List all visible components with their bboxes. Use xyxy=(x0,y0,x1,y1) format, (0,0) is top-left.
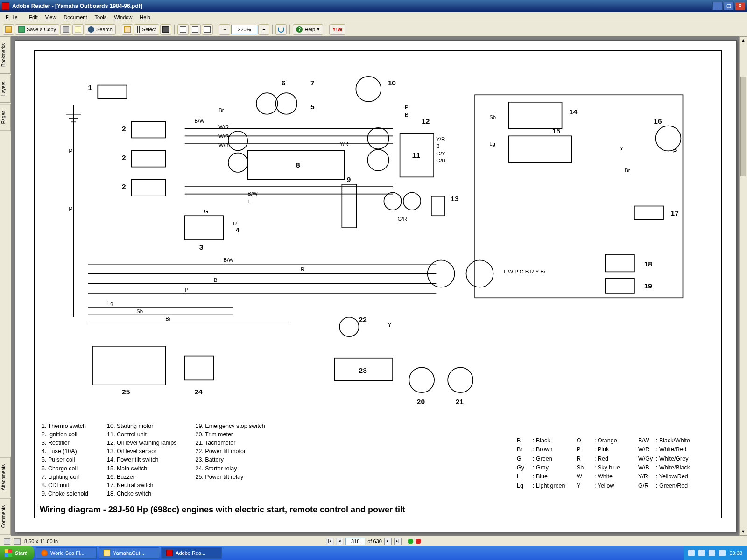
zoom-width-button[interactable] xyxy=(202,24,213,35)
zoom-level-input[interactable]: 220% xyxy=(231,25,257,34)
select-tool-button[interactable]: Select xyxy=(134,24,160,35)
page-total-label: of 630 xyxy=(367,539,382,544)
menu-document[interactable]: Document xyxy=(60,14,91,21)
help-icon: ? xyxy=(296,26,303,33)
svg-text:P: P xyxy=(69,148,72,154)
svg-rect-59 xyxy=(509,136,572,162)
tab-bookmarks[interactable]: Bookmarks xyxy=(0,36,11,74)
snapshot-tool-button[interactable] xyxy=(160,24,171,35)
svg-point-21 xyxy=(275,93,297,114)
rotate-button[interactable] xyxy=(275,24,287,35)
back-view-button[interactable] xyxy=(408,539,413,544)
minimize-button[interactable]: _ xyxy=(712,2,723,10)
disk-icon xyxy=(18,26,25,33)
last-page-button[interactable]: ▸| xyxy=(394,538,402,545)
save-copy-button[interactable]: Save a Copy xyxy=(15,24,59,35)
maximize-button[interactable]: ▢ xyxy=(724,2,734,10)
taskbar-item-firefox[interactable]: World Sea Fi... xyxy=(36,547,97,559)
svg-rect-6 xyxy=(132,180,166,196)
svg-rect-63 xyxy=(634,206,663,220)
tray-icon[interactable] xyxy=(709,550,715,556)
svg-point-42 xyxy=(367,149,389,171)
menu-view[interactable]: View xyxy=(42,14,60,21)
svg-text:20: 20 xyxy=(417,398,425,406)
svg-text:P: P xyxy=(185,287,189,293)
svg-point-37 xyxy=(356,77,381,102)
tray-icon[interactable] xyxy=(719,550,726,556)
legend-col-2: 10. Starting motor11. Control unit12. Oi… xyxy=(107,422,176,498)
zoom-in-button[interactable]: + xyxy=(258,24,269,35)
page-fit-icon xyxy=(192,26,198,33)
start-button[interactable]: Start xyxy=(0,546,34,560)
svg-text:B/W: B/W xyxy=(224,257,234,263)
diagram-frame: 1 2 2 2 P P 8 3 4 xyxy=(34,50,722,518)
close-button[interactable]: X xyxy=(735,2,745,10)
legend-col-1: 1. Thermo switch2. Ignition coil3. Recti… xyxy=(42,422,88,498)
window-titlebar: Adobe Reader - [Yamaha Outboards 1984-96… xyxy=(0,0,747,12)
vertical-scrollbar[interactable]: ▲ ▼ xyxy=(739,36,747,536)
forward-view-button[interactable] xyxy=(416,539,421,544)
page-layout-icon[interactable] xyxy=(4,538,10,545)
search-button[interactable]: Search xyxy=(85,24,116,35)
open-button[interactable] xyxy=(3,24,14,35)
page-layout-icon-2[interactable] xyxy=(14,538,21,545)
system-tray[interactable]: 00:38 xyxy=(684,546,747,560)
clock[interactable]: 00:38 xyxy=(729,550,742,556)
svg-text:Y/R: Y/R xyxy=(436,136,445,142)
next-page-button[interactable]: ▸ xyxy=(384,538,392,545)
page-number-input[interactable] xyxy=(345,538,365,545)
tab-attachments[interactable]: Attachments xyxy=(0,457,11,497)
scroll-up-arrow-icon[interactable]: ▲ xyxy=(740,36,747,44)
navigation-pane-tabs: Bookmarks Layers Pages Attachments Comme… xyxy=(0,36,11,536)
printer-icon xyxy=(63,26,69,33)
menu-bar: File Edit View Document Tools Window Hel… xyxy=(0,12,747,22)
prev-page-button[interactable]: ◂ xyxy=(336,538,343,545)
menu-tools[interactable]: Tools xyxy=(91,14,111,21)
email-button[interactable] xyxy=(72,24,84,35)
zoom-fit-button[interactable] xyxy=(190,24,201,35)
tab-pages[interactable]: Pages xyxy=(0,104,11,131)
zoom-actual-button[interactable] xyxy=(177,24,189,35)
tab-layers[interactable]: Layers xyxy=(0,75,11,103)
svg-text:17: 17 xyxy=(671,209,679,217)
scroll-thumb[interactable] xyxy=(740,77,746,176)
yahoo-button[interactable]: Y!W xyxy=(329,24,345,35)
svg-point-19 xyxy=(256,93,278,114)
svg-text:P: P xyxy=(673,148,677,154)
svg-text:12: 12 xyxy=(422,117,430,125)
svg-text:Y: Y xyxy=(388,322,392,328)
svg-text:14: 14 xyxy=(569,108,578,116)
hand-tool-button[interactable] xyxy=(122,24,133,35)
svg-text:G/R: G/R xyxy=(397,216,407,222)
taskbar-item-folder[interactable]: YamahaOut... xyxy=(99,547,159,559)
svg-text:19: 19 xyxy=(644,282,653,290)
first-page-button[interactable]: |◂ xyxy=(326,538,333,545)
wire-color-key: B: BlackO: OrangeB/W: Black/White Br: Br… xyxy=(517,436,707,490)
help-button[interactable]: ?Help ▾ xyxy=(293,24,323,35)
svg-text:Lg: Lg xyxy=(489,141,495,147)
tab-comments[interactable]: Comments xyxy=(0,498,11,535)
wiring-svg: 1 2 2 2 P P 8 3 4 xyxy=(40,56,717,424)
menu-edit[interactable]: Edit xyxy=(25,14,42,21)
print-button[interactable] xyxy=(60,24,71,35)
svg-point-23 xyxy=(228,131,247,150)
diagram-title: Wiring diagram - 28J-50 Hp (698cc) engin… xyxy=(40,505,405,515)
folder-icon xyxy=(104,550,110,556)
menu-window[interactable]: Window xyxy=(110,14,136,21)
menu-file[interactable]: File xyxy=(2,14,25,21)
svg-text:G: G xyxy=(204,209,208,214)
scroll-down-arrow-icon[interactable]: ▼ xyxy=(740,528,747,536)
menu-help[interactable]: Help xyxy=(136,14,154,21)
taskbar-item-adobe[interactable]: Adobe Rea... xyxy=(161,547,222,559)
component-legend: 1. Thermo switch2. Ignition coil3. Recti… xyxy=(42,422,265,498)
zoom-out-button[interactable]: − xyxy=(219,24,230,35)
tray-icon[interactable] xyxy=(688,550,695,556)
svg-rect-16 xyxy=(185,216,224,240)
svg-text:6: 6 xyxy=(282,79,286,87)
legend-col-3: 19. Emergency stop switch20. Trim meter2… xyxy=(195,422,265,498)
rotate-icon xyxy=(278,26,284,33)
svg-text:4: 4 xyxy=(235,226,240,234)
svg-text:W/G: W/G xyxy=(218,134,229,140)
tray-icon[interactable] xyxy=(698,550,705,556)
document-viewport[interactable]: 1 2 2 2 P P 8 3 4 xyxy=(11,36,747,536)
